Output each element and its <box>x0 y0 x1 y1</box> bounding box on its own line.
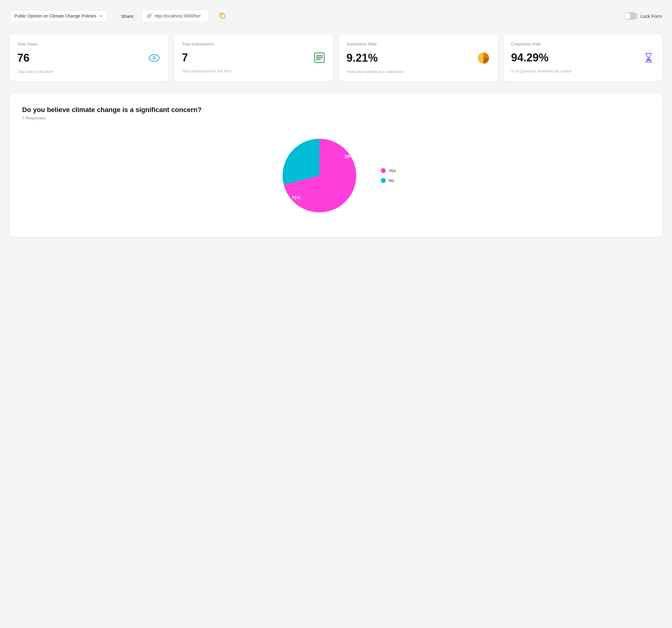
hourglass-icon <box>643 52 655 64</box>
pie-chart-svg <box>277 133 362 219</box>
svg-point-3 <box>153 57 155 59</box>
stat-card-completion: Completion Rate 94.29% % of Questions an… <box>504 34 662 81</box>
copy-button[interactable] <box>217 10 228 22</box>
eye-icon <box>147 51 161 65</box>
question-title: Do you believe climate change is a signi… <box>22 106 650 114</box>
stat-value-views: 76 <box>17 52 29 65</box>
lock-form-wrap: Lock Form <box>624 12 662 20</box>
share-label: Share: <box>121 14 135 19</box>
stat-body-sub-rate: 9.21% <box>346 51 490 65</box>
svg-rect-0 <box>221 15 225 18</box>
stat-desc-sub-rate: Views that resulted in a submission <box>346 70 490 74</box>
stat-body-completion: 94.29% <box>511 51 655 64</box>
legend-label-no: No <box>389 178 394 183</box>
legend-item-yes: Yes <box>381 168 396 173</box>
stat-title-views: Total Views <box>17 42 161 46</box>
legend-dot-yes <box>381 168 386 173</box>
stat-desc-views: Total visits to this form <box>17 70 161 74</box>
pie-chart: 71% 29% <box>277 133 362 219</box>
stat-body-submissions: 7 <box>182 51 326 64</box>
share-url-text: http://localhost:3000/forr <box>154 14 200 19</box>
form-selector[interactable]: Public Opinion on Climate Change Policie… <box>10 10 107 22</box>
stat-card-submissions: Total Submissions 7 Total submissions fo… <box>174 34 333 81</box>
stat-body-views: 76 <box>17 51 161 65</box>
share-url-field: http://localhost:3000/forr <box>142 10 210 22</box>
stat-desc-completion: % of Questions answered per submit <box>511 69 655 73</box>
copy-icon <box>219 12 226 19</box>
stat-title-submissions: Total Submissions <box>182 42 326 46</box>
stat-title-sub-rate: Submission Rate <box>346 42 490 46</box>
stat-card-sub-rate: Submission Rate 9.21% Views that resulte… <box>339 34 498 81</box>
stat-title-completion: Completion Rate <box>511 42 655 46</box>
chart-area: 71% 29% Yes No <box>22 133 650 219</box>
page-header: Public Opinion on Climate Change Policie… <box>10 10 662 22</box>
question-card: Do you believe climate change is a signi… <box>10 94 662 237</box>
form-icon <box>313 52 326 64</box>
stats-grid: Total Views 76 Total visits to this form… <box>10 34 662 81</box>
lock-form-toggle[interactable] <box>624 12 637 20</box>
link-icon <box>146 13 152 19</box>
question-responses: 7 Responses <box>22 116 650 120</box>
form-selector-label: Public Opinion on Climate Change Policie… <box>15 14 96 19</box>
chevron-icon <box>99 14 103 18</box>
chart-legend: Yes No <box>381 168 396 183</box>
stat-desc-submissions: Total submissions for this form <box>182 69 326 73</box>
pie-chart-icon <box>477 51 490 65</box>
stat-value-sub-rate: 9.21% <box>346 52 378 65</box>
stat-value-completion: 94.29% <box>511 51 549 64</box>
legend-label-yes: Yes <box>389 168 396 173</box>
stat-card-total-views: Total Views 76 Total visits to this form <box>10 34 168 81</box>
legend-item-no: No <box>381 178 396 183</box>
legend-dot-no <box>381 178 386 183</box>
lock-form-label: Lock Form <box>640 14 662 19</box>
stat-value-submissions: 7 <box>182 51 188 64</box>
